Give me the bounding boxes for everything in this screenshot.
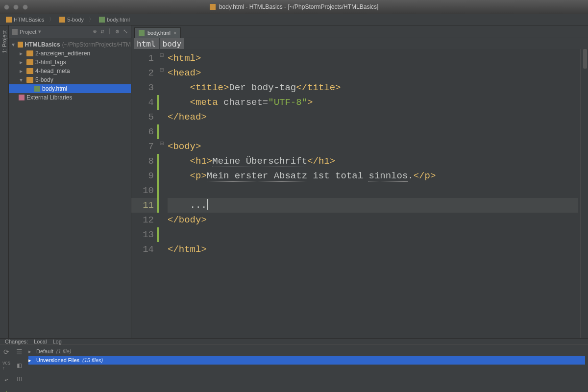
arrow-right-icon: ▸: [20, 59, 24, 66]
folder-icon: [26, 50, 33, 56]
vcs-tab-log[interactable]: Log: [52, 339, 61, 344]
arrow-right-icon: ▸: [20, 68, 24, 74]
folder-icon: [18, 42, 23, 48]
code-token: >: [196, 68, 201, 78]
code-line[interactable]: <head>: [168, 66, 578, 80]
code-token: >: [201, 244, 206, 255]
tree-folder[interactable]: ▸ 3-html_tags: [9, 58, 131, 67]
sidebar-title[interactable]: Project ▾: [12, 28, 41, 35]
editor-tabs: body.html ×: [131, 25, 588, 38]
line-number: 1: [131, 51, 159, 66]
code-token: >: [201, 215, 206, 225]
tree-external-libs[interactable]: External Libraries: [9, 93, 131, 102]
editor-area: body.html × html body 123456789101112131…: [131, 25, 588, 338]
code-token: </: [296, 82, 307, 93]
code-token: <: [168, 53, 173, 64]
code-line[interactable]: ...: [168, 198, 578, 213]
tree-file[interactable]: body.html: [9, 84, 131, 93]
code-token: html: [179, 244, 201, 255]
code-token: Der body-tag: [229, 82, 296, 93]
code-line[interactable]: <meta charset="UTF-8">: [168, 95, 578, 110]
tool-window-stripe[interactable]: 1: Project: [0, 25, 9, 338]
vcs-changelists: ▸ Default (1 file)▸ Unversioned Files (1…: [25, 345, 588, 392]
fold-toggle[interactable]: ⊟: [159, 51, 165, 66]
folder-icon: [26, 68, 33, 74]
code-line[interactable]: <html>: [168, 51, 578, 66]
code-line[interactable]: <title>Der body-tag</title>: [168, 80, 578, 95]
tab-label: body.html: [147, 30, 171, 36]
chevron-right-icon: 〉: [89, 16, 94, 23]
code-content[interactable]: <html><head> <title>Der body-tag</title>…: [165, 49, 580, 338]
line-number: 7: [131, 139, 159, 154]
code-line[interactable]: </head>: [168, 110, 578, 124]
code-token: title: [196, 82, 223, 93]
change-marker: [157, 124, 159, 139]
fold-toggle: [159, 183, 165, 198]
code-token: <: [168, 141, 173, 152]
vcs-body: ⟳ VCS↑ ↶ + ☰ ◧ ◫ ▸ Default (1 file)▸ Unv…: [0, 345, 588, 392]
vcs-tab-changes[interactable]: Changes:: [5, 339, 28, 344]
close-icon[interactable]: ×: [173, 30, 176, 36]
editor-breadcrumbs: html body: [131, 38, 588, 49]
scrollbar-area[interactable]: [580, 49, 588, 338]
code-line[interactable]: [168, 227, 578, 242]
tree-hint: (~/PhpStormProjects/HTM: [62, 41, 131, 48]
path-segment[interactable]: body: [159, 38, 185, 50]
code-token: [168, 156, 190, 167]
code-token: body: [173, 141, 196, 152]
editor-tab[interactable]: body.html ×: [134, 27, 181, 38]
tree-folder[interactable]: ▸ 4-head_meta: [9, 67, 131, 75]
fold-strip: ⊟⊟⊟: [159, 49, 165, 338]
line-number: 4: [131, 95, 159, 110]
changelist-row[interactable]: ▸ Default (1 file): [28, 347, 585, 356]
refresh-icon[interactable]: ⟳: [3, 348, 9, 356]
html-file-icon: [34, 86, 40, 92]
changelist-icon[interactable]: ☰: [16, 348, 23, 356]
line-number: 13: [131, 227, 159, 242]
code-line[interactable]: </html>: [168, 242, 578, 257]
tree-folder[interactable]: ▾ 5-body: [9, 75, 131, 84]
line-number: 3: [131, 80, 159, 95]
code-line[interactable]: </body>: [168, 213, 578, 227]
tree-root[interactable]: ▾ HTMLBasics (~/PhpStormProjects/HTM: [9, 40, 131, 49]
breadcrumb-item[interactable]: body.html: [96, 16, 133, 24]
tree-label: body.html: [42, 85, 67, 92]
breadcrumb-item[interactable]: HTMLBasics: [3, 16, 47, 24]
tree-label: External Libraries: [26, 94, 72, 101]
code-line[interactable]: [168, 124, 578, 139]
code-token: >: [196, 53, 201, 64]
project-tool-label[interactable]: 1: Project: [1, 30, 7, 53]
line-number: 10: [131, 183, 159, 198]
fold-toggle: [159, 124, 165, 139]
path-segment[interactable]: html: [133, 38, 159, 50]
code-token: <: [190, 156, 196, 167]
rollback-icon[interactable]: ↶: [4, 376, 8, 384]
code-token: Meine Überschrift: [212, 156, 307, 167]
fold-toggle[interactable]: ⊟: [159, 66, 165, 80]
changelist-row[interactable]: ▸ Unversioned Files (15 files): [28, 356, 585, 365]
arrow-down-icon: ▾: [12, 41, 16, 48]
breadcrumb-item[interactable]: 5-body: [56, 16, 87, 24]
breadcrumb-label: body.html: [107, 17, 130, 23]
delete-icon[interactable]: ◫: [17, 374, 21, 383]
project-icon: [12, 29, 18, 35]
shelf-icon[interactable]: ◧: [17, 361, 21, 369]
tree-folder[interactable]: ▸ 2-anzeigen_editieren: [9, 49, 131, 58]
vcs-tab-local[interactable]: Local: [34, 339, 47, 344]
code-line[interactable]: <body>: [168, 139, 578, 154]
chevron-right-icon: 〉: [49, 16, 54, 23]
locate-icon[interactable]: ⊕: [93, 28, 97, 35]
add-icon[interactable]: +: [4, 389, 8, 392]
code-line[interactable]: <p>Mein erster Absatz ist total sinnlos.…: [168, 169, 578, 183]
hide-icon[interactable]: ⤡: [123, 28, 128, 35]
gear-icon[interactable]: ⚙: [116, 28, 119, 35]
changelist-label: Unversioned Files: [36, 357, 79, 363]
code-line[interactable]: [168, 183, 578, 198]
code-line[interactable]: <h1>Meine Überschrift</h1>: [168, 154, 578, 169]
sidebar-title-label: Project: [20, 29, 36, 35]
collapse-all-icon[interactable]: ⇵: [100, 28, 104, 35]
code-editor[interactable]: 1234567891011121314 ⊟⊟⊟ <html><head> <ti…: [131, 49, 588, 338]
vcs-icon[interactable]: VCS↑: [2, 361, 10, 371]
code-token: >: [335, 82, 341, 93]
fold-toggle[interactable]: ⊟: [159, 139, 165, 154]
